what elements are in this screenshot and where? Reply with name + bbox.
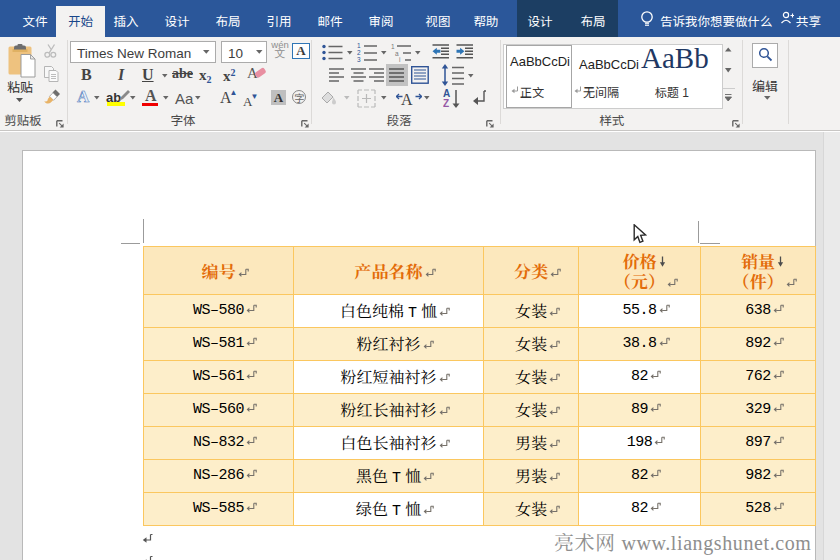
svg-text:1: 1 [357,42,361,49]
svg-text:2: 2 [357,49,361,56]
svg-text:Z: Z [443,98,449,108]
svg-text:3: 3 [357,56,361,62]
svg-text:A: A [401,91,413,108]
svg-text:i: i [399,56,400,62]
